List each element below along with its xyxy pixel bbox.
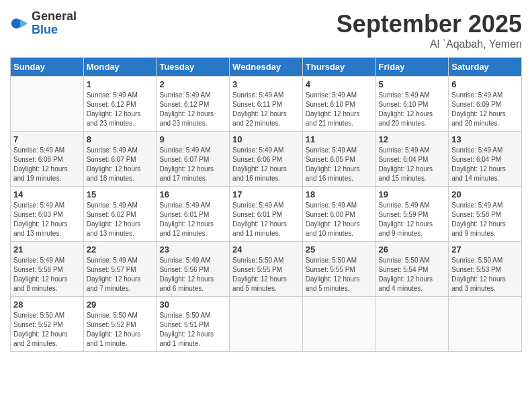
logo-blue-text: Blue	[32, 23, 58, 36]
day-info: Sunrise: 5:49 AM Sunset: 6:12 PM Dayligh…	[87, 91, 154, 128]
day-info: Sunrise: 5:49 AM Sunset: 6:04 PM Dayligh…	[451, 146, 519, 183]
day-number: 19	[379, 189, 446, 199]
weekday-header-row: SundayMondayTuesdayWednesdayThursdayFrid…	[11, 58, 522, 77]
calendar-cell: 6Sunrise: 5:49 AM Sunset: 6:09 PM Daylig…	[449, 77, 522, 132]
page-header: General Blue September 2025 Al `Aqabah, …	[10, 10, 522, 50]
logo-general-text: General	[32, 9, 77, 23]
day-info: Sunrise: 5:49 AM Sunset: 6:07 PM Dayligh…	[87, 146, 154, 183]
weekday-header-monday: Monday	[83, 58, 157, 77]
day-number: 30	[159, 300, 226, 310]
day-number: 18	[306, 189, 373, 199]
day-number: 5	[379, 79, 446, 89]
calendar-cell	[449, 297, 522, 352]
calendar-cell: 22Sunrise: 5:49 AM Sunset: 5:57 PM Dayli…	[83, 242, 157, 297]
calendar-cell: 9Sunrise: 5:49 AM Sunset: 6:07 PM Daylig…	[157, 132, 230, 187]
calendar-cell: 10Sunrise: 5:49 AM Sunset: 6:06 PM Dayli…	[230, 132, 303, 187]
day-info: Sunrise: 5:50 AM Sunset: 5:53 PM Dayligh…	[451, 256, 519, 293]
day-number: 17	[232, 189, 300, 199]
day-info: Sunrise: 5:49 AM Sunset: 6:03 PM Dayligh…	[13, 201, 81, 238]
day-info: Sunrise: 5:49 AM Sunset: 6:05 PM Dayligh…	[306, 146, 373, 183]
calendar-cell: 1Sunrise: 5:49 AM Sunset: 6:12 PM Daylig…	[83, 77, 157, 132]
day-info: Sunrise: 5:49 AM Sunset: 6:02 PM Dayligh…	[87, 201, 154, 238]
calendar-cell	[375, 297, 449, 352]
day-info: Sunrise: 5:49 AM Sunset: 6:06 PM Dayligh…	[232, 146, 300, 183]
day-number: 6	[451, 79, 519, 89]
calendar-table: SundayMondayTuesdayWednesdayThursdayFrid…	[10, 57, 522, 352]
day-info: Sunrise: 5:49 AM Sunset: 6:10 PM Dayligh…	[306, 91, 373, 128]
day-number: 2	[159, 79, 226, 89]
calendar-cell: 17Sunrise: 5:49 AM Sunset: 6:01 PM Dayli…	[230, 187, 303, 242]
day-number: 13	[451, 134, 519, 144]
calendar-cell: 14Sunrise: 5:49 AM Sunset: 6:03 PM Dayli…	[11, 187, 84, 242]
day-info: Sunrise: 5:49 AM Sunset: 6:10 PM Dayligh…	[379, 91, 446, 128]
day-info: Sunrise: 5:49 AM Sunset: 6:01 PM Dayligh…	[159, 201, 226, 238]
day-info: Sunrise: 5:50 AM Sunset: 5:54 PM Dayligh…	[379, 256, 446, 293]
calendar-cell: 27Sunrise: 5:50 AM Sunset: 5:53 PM Dayli…	[449, 242, 522, 297]
day-info: Sunrise: 5:49 AM Sunset: 5:58 PM Dayligh…	[451, 201, 519, 238]
day-info: Sunrise: 5:49 AM Sunset: 6:04 PM Dayligh…	[379, 146, 446, 183]
day-number: 12	[379, 134, 446, 144]
weekday-header-sunday: Sunday	[11, 58, 84, 77]
calendar-cell	[11, 77, 84, 132]
calendar-cell: 5Sunrise: 5:49 AM Sunset: 6:10 PM Daylig…	[375, 77, 449, 132]
weekday-header-tuesday: Tuesday	[157, 58, 230, 77]
weekday-header-wednesday: Wednesday	[230, 58, 303, 77]
day-info: Sunrise: 5:49 AM Sunset: 5:56 PM Dayligh…	[159, 256, 226, 293]
day-info: Sunrise: 5:49 AM Sunset: 5:58 PM Dayligh…	[13, 256, 81, 293]
day-number: 4	[306, 79, 373, 89]
calendar-cell: 16Sunrise: 5:49 AM Sunset: 6:01 PM Dayli…	[157, 187, 230, 242]
day-info: Sunrise: 5:49 AM Sunset: 6:00 PM Dayligh…	[306, 201, 373, 238]
logo: General Blue	[10, 10, 77, 37]
day-number: 1	[87, 79, 154, 89]
day-number: 24	[232, 244, 300, 255]
weekday-header-saturday: Saturday	[449, 58, 522, 77]
calendar-cell: 13Sunrise: 5:49 AM Sunset: 6:04 PM Dayli…	[449, 132, 522, 187]
calendar-cell: 18Sunrise: 5:49 AM Sunset: 6:00 PM Dayli…	[302, 187, 375, 242]
day-number: 10	[232, 134, 300, 144]
day-info: Sunrise: 5:49 AM Sunset: 5:59 PM Dayligh…	[379, 201, 446, 238]
day-number: 15	[87, 189, 154, 199]
calendar-cell: 28Sunrise: 5:50 AM Sunset: 5:52 PM Dayli…	[11, 297, 84, 352]
calendar-cell: 15Sunrise: 5:49 AM Sunset: 6:02 PM Dayli…	[83, 187, 157, 242]
calendar-cell: 26Sunrise: 5:50 AM Sunset: 5:54 PM Dayli…	[375, 242, 449, 297]
day-number: 16	[159, 189, 226, 199]
day-number: 28	[13, 300, 81, 310]
day-number: 23	[159, 244, 226, 255]
week-row-4: 21Sunrise: 5:49 AM Sunset: 5:58 PM Dayli…	[11, 242, 522, 297]
calendar-cell: 7Sunrise: 5:49 AM Sunset: 6:08 PM Daylig…	[11, 132, 84, 187]
calendar-cell: 4Sunrise: 5:49 AM Sunset: 6:10 PM Daylig…	[302, 77, 375, 132]
calendar-cell: 11Sunrise: 5:49 AM Sunset: 6:05 PM Dayli…	[302, 132, 375, 187]
calendar-cell: 25Sunrise: 5:50 AM Sunset: 5:55 PM Dayli…	[302, 242, 375, 297]
day-number: 7	[13, 134, 81, 144]
day-info: Sunrise: 5:49 AM Sunset: 6:12 PM Dayligh…	[159, 91, 226, 128]
calendar-cell: 24Sunrise: 5:50 AM Sunset: 5:55 PM Dayli…	[230, 242, 303, 297]
day-number: 14	[13, 189, 81, 199]
calendar-cell: 12Sunrise: 5:49 AM Sunset: 6:04 PM Dayli…	[375, 132, 449, 187]
week-row-2: 7Sunrise: 5:49 AM Sunset: 6:08 PM Daylig…	[11, 132, 522, 187]
day-info: Sunrise: 5:49 AM Sunset: 6:01 PM Dayligh…	[232, 201, 300, 238]
day-number: 21	[13, 244, 81, 255]
svg-marker-1	[20, 19, 28, 28]
calendar-cell	[302, 297, 375, 352]
day-number: 3	[232, 79, 300, 89]
day-number: 27	[451, 244, 519, 255]
location-title: Al `Aqabah, Yemen	[337, 38, 522, 50]
weekday-header-thursday: Thursday	[302, 58, 375, 77]
day-info: Sunrise: 5:50 AM Sunset: 5:51 PM Dayligh…	[159, 311, 226, 349]
week-row-3: 14Sunrise: 5:49 AM Sunset: 6:03 PM Dayli…	[11, 187, 522, 242]
title-area: September 2025 Al `Aqabah, Yemen	[337, 10, 522, 50]
calendar-cell: 23Sunrise: 5:49 AM Sunset: 5:56 PM Dayli…	[157, 242, 230, 297]
svg-point-0	[11, 18, 21, 28]
calendar-cell: 30Sunrise: 5:50 AM Sunset: 5:51 PM Dayli…	[157, 297, 230, 352]
day-number: 22	[87, 244, 154, 255]
weekday-header-friday: Friday	[375, 58, 449, 77]
calendar-cell: 8Sunrise: 5:49 AM Sunset: 6:07 PM Daylig…	[83, 132, 157, 187]
calendar-cell: 21Sunrise: 5:49 AM Sunset: 5:58 PM Dayli…	[11, 242, 84, 297]
day-info: Sunrise: 5:49 AM Sunset: 6:11 PM Dayligh…	[232, 91, 300, 128]
day-number: 26	[379, 244, 446, 255]
day-number: 9	[159, 134, 226, 144]
day-info: Sunrise: 5:49 AM Sunset: 6:07 PM Dayligh…	[159, 146, 226, 183]
day-number: 29	[87, 300, 154, 310]
day-info: Sunrise: 5:49 AM Sunset: 5:57 PM Dayligh…	[87, 256, 154, 293]
day-info: Sunrise: 5:49 AM Sunset: 6:09 PM Dayligh…	[451, 91, 519, 128]
